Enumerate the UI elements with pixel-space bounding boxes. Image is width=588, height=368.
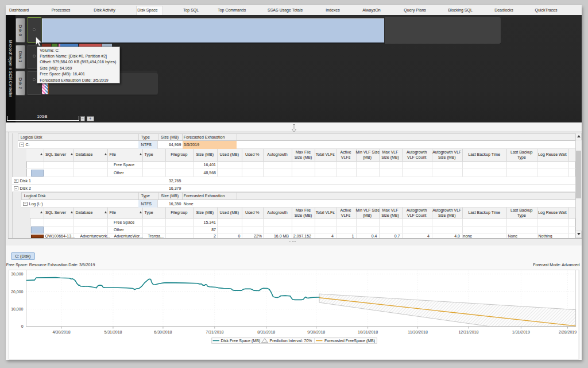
- svg-text:2/28/2019: 2/28/2019: [559, 330, 577, 334]
- svg-text:Disk Free Space (MB): Disk Free Space (MB): [221, 339, 261, 343]
- svg-text:Prediction Interval: 70%: Prediction Interval: 70%: [269, 339, 312, 343]
- svg-text:8/31/2018: 8/31/2018: [257, 330, 275, 334]
- svg-text:12/31/2018: 12/31/2018: [458, 330, 478, 334]
- svg-text:7/31/2018: 7/31/2018: [206, 330, 223, 334]
- svg-text:5/31/2018: 5/31/2018: [104, 330, 122, 334]
- svg-text:4/30/2018: 4/30/2018: [52, 330, 70, 334]
- svg-text:6/30/2018: 6/30/2018: [154, 330, 172, 334]
- svg-text:30,000: 30,000: [11, 272, 23, 276]
- svg-text:11/30/2018: 11/30/2018: [408, 330, 428, 334]
- svg-text:20,000: 20,000: [11, 290, 23, 294]
- svg-text:Forecasted FreeSpace (MB): Forecasted FreeSpace (MB): [324, 339, 375, 343]
- svg-text:1/31/2019: 1/31/2019: [512, 330, 530, 334]
- svg-text:9/30/2018: 9/30/2018: [307, 330, 325, 334]
- svg-text:10/31/2018: 10/31/2018: [358, 330, 378, 334]
- svg-text:0: 0: [21, 325, 24, 329]
- svg-text:10,000: 10,000: [11, 307, 23, 311]
